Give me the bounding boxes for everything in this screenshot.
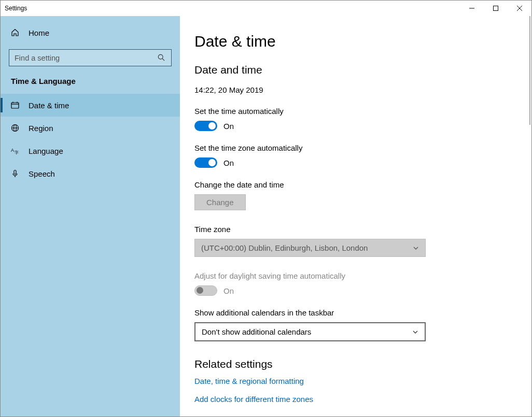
dst-state: On (223, 286, 234, 295)
page-title: Date & time (194, 33, 511, 50)
section-heading: Date and time (194, 64, 511, 76)
sidebar-item-label: Speech (29, 169, 55, 178)
minimize-button[interactable] (460, 1, 484, 16)
set-time-auto-state: On (223, 122, 234, 131)
language-icon: A字 (11, 147, 19, 155)
set-zone-auto-state: On (223, 159, 234, 167)
microphone-icon (11, 169, 19, 178)
set-time-auto-label: Set the time automatically (194, 107, 511, 116)
additional-calendars-label: Show additional calendars in the taskbar (194, 308, 511, 317)
chevron-down-icon (413, 245, 419, 251)
related-heading: Related settings (194, 358, 511, 370)
timezone-label: Time zone (194, 225, 511, 234)
change-button[interactable]: Change (194, 194, 246, 210)
svg-point-4 (158, 54, 163, 59)
timezone-dropdown[interactable]: (UTC+00:00) Dublin, Edinburgh, Lisbon, L… (194, 239, 426, 257)
svg-rect-15 (14, 170, 16, 175)
maximize-button[interactable] (484, 1, 508, 16)
link-add-clocks[interactable]: Add clocks for different time zones (194, 395, 511, 404)
sidebar-item-region[interactable]: Region (1, 117, 180, 139)
dst-label: Adjust for daylight saving time automati… (194, 271, 511, 280)
sidebar-item-language[interactable]: A字 Language (1, 139, 180, 162)
search-icon (158, 54, 166, 62)
home-label: Home (29, 28, 49, 37)
close-button[interactable] (508, 1, 531, 16)
svg-rect-1 (494, 6, 498, 11)
set-zone-auto-toggle[interactable] (194, 157, 217, 168)
current-datetime: 14:22, 20 May 2019 (194, 85, 511, 94)
window-title: Settings (5, 5, 460, 12)
change-date-time-label: Change the date and time (194, 180, 511, 189)
timezone-value: (UTC+00:00) Dublin, Edinburgh, Lisbon, L… (201, 243, 368, 252)
set-time-auto-toggle[interactable] (194, 121, 217, 131)
titlebar: Settings (1, 1, 531, 16)
additional-calendars-dropdown[interactable]: Don't show additional calendars (194, 322, 426, 341)
svg-line-5 (162, 59, 164, 61)
window-controls (460, 1, 531, 16)
sidebar-item-date-time[interactable]: Date & time (1, 94, 180, 117)
sidebar-item-label: Date & time (29, 101, 69, 110)
search-box[interactable] (9, 49, 172, 66)
svg-rect-6 (11, 103, 19, 108)
svg-text:A: A (11, 148, 14, 153)
additional-calendars-value: Don't show additional calendars (202, 327, 311, 336)
settings-window: Settings Home (0, 0, 532, 417)
scrollbar[interactable] (529, 16, 530, 125)
search-input[interactable] (15, 54, 158, 62)
sidebar: Home Time & Language Date & time Regi (1, 16, 180, 416)
globe-icon (11, 124, 19, 132)
svg-text:字: 字 (15, 150, 19, 155)
link-date-time-formatting[interactable]: Date, time & regional formatting (194, 377, 511, 385)
home-button[interactable]: Home (1, 22, 180, 43)
set-zone-auto-label: Set the time zone automatically (194, 143, 511, 152)
sidebar-item-label: Language (29, 147, 63, 155)
content: Date & time Date and time 14:22, 20 May … (180, 16, 531, 416)
chevron-down-icon (412, 329, 418, 335)
body: Home Time & Language Date & time Regi (1, 16, 531, 416)
home-icon (11, 28, 19, 37)
dst-toggle (194, 285, 217, 296)
section-title: Time & Language (1, 74, 180, 94)
sidebar-item-label: Region (29, 124, 53, 133)
clock-icon (11, 101, 19, 109)
sidebar-item-speech[interactable]: Speech (1, 162, 180, 185)
